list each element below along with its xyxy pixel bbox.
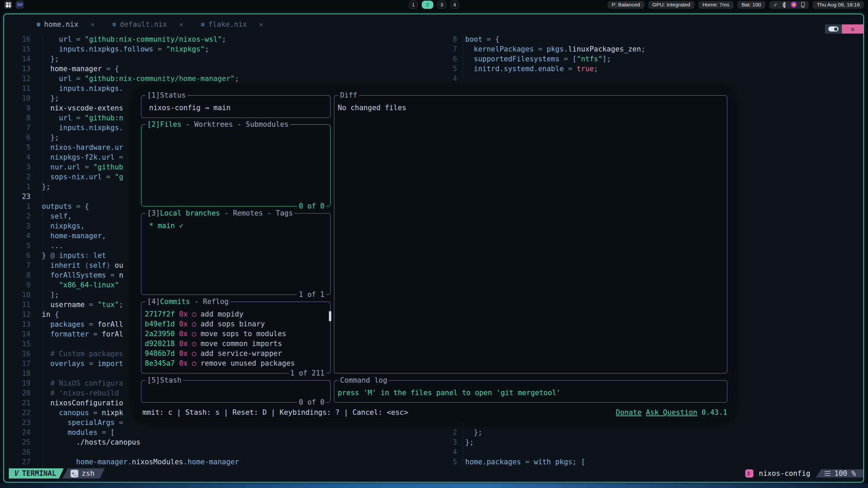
lazygit-command-log-panel[interactable]: Command log press 'M' in the files panel… <box>334 380 727 403</box>
code-text: home-manager = { <box>31 64 119 74</box>
code-line[interactable]: 5 initrd.systemd.enable = true; <box>445 64 863 74</box>
tab-flake.nix[interactable]: ❄flake.nix× <box>192 20 272 28</box>
code-text: in { <box>31 310 59 320</box>
tab-label: flake.nix <box>208 20 247 28</box>
line-number: 3 <box>445 438 457 447</box>
line-number: 2 <box>4 172 31 182</box>
code-line[interactable]: 26 <box>4 447 444 457</box>
code-text: # Custom packages <box>31 349 123 359</box>
status-pill: Home: 7ms <box>698 1 733 9</box>
branch-item[interactable]: * main ✓ <box>141 221 330 231</box>
window-close-button[interactable]: ✕ <box>842 24 863 34</box>
line-number: 5 <box>445 64 457 74</box>
code-text <box>31 369 33 379</box>
code-line[interactable]: 12 url = "github:nix-community/home-mana… <box>4 74 444 84</box>
workspace-button-1[interactable]: 1 <box>409 1 418 9</box>
code-text: canopus = nixpk <box>31 408 123 418</box>
lazygit-branches-panel[interactable]: [3]Local branches - Remotes - Tags * mai… <box>141 213 331 295</box>
line-number: 13 <box>4 320 31 329</box>
code-line[interactable]: 7 kernelPackages = pkgs.linuxPackages_ze… <box>445 44 863 54</box>
commit-row[interactable]: 2717f2f 0x ○ add mopidy <box>141 309 330 319</box>
tab-label: home.nix <box>44 20 78 28</box>
code-line[interactable]: 8boot = { <box>445 35 863 44</box>
code-line[interactable]: 24 modules = [ <box>4 428 444 438</box>
line-number: 2 <box>4 211 31 221</box>
code-line[interactable]: 4 <box>445 74 863 84</box>
line-number: 9 <box>4 280 31 290</box>
line-number: 16 <box>4 35 31 44</box>
lazygit-commits-panel[interactable]: [4]Commits - Reflog 2717f2f 0x ○ add mop… <box>141 302 331 373</box>
line-number: 6 <box>4 251 31 261</box>
code-text: home-manager.nixosModules.home-manager <box>31 457 239 467</box>
status-pill: P: Balanced <box>608 1 644 9</box>
commit-row[interactable]: 9486b7d 0x ○ add service-wrapper <box>141 349 330 359</box>
code-text: }; <box>31 94 59 103</box>
panel-title: [4]Commits - Reflog <box>145 297 230 307</box>
terminal-prompt-icon: >_ <box>71 470 78 477</box>
logo-button[interactable]: $W <box>16 1 24 9</box>
tab-default.nix[interactable]: ❄default.nix× <box>103 20 192 28</box>
code-text <box>31 447 33 457</box>
line-number: 2 <box>445 428 457 438</box>
line-number: 7 <box>445 44 457 54</box>
editor-status-bar: V TERMINAL >_ zsh nixos-config 100 % <box>4 468 863 479</box>
code-line[interactable]: 15 inputs.nixpkgs.follows = "nixpkgs"; <box>4 44 444 54</box>
line-number: 4 <box>445 447 457 457</box>
code-text: }; <box>31 54 59 64</box>
lazygit-stash-panel[interactable]: [5]Stash 0 of 0 <box>141 380 331 403</box>
code-text: inputs.nixpkgs.follows = "nixpkgs"; <box>31 44 209 54</box>
code-line[interactable]: 27 home-manager.nixosModules.home-manage… <box>4 457 444 467</box>
donate-link[interactable]: Donate <box>616 408 642 416</box>
repo-name: nixos-config <box>759 469 810 477</box>
workspace-button-4[interactable]: 4 <box>450 1 459 9</box>
line-number: 23 <box>4 418 31 428</box>
code-text: # NixOS configura <box>31 379 123 388</box>
commits-scrollbar-thumb[interactable] <box>329 311 331 321</box>
mode-label: TERMINAL <box>22 469 56 477</box>
ask-question-link[interactable]: Ask Question <box>646 408 697 416</box>
nix-icon: ❄ <box>201 20 205 28</box>
close-tab-icon[interactable]: × <box>259 20 263 28</box>
line-number: 5 <box>445 457 457 467</box>
lazygit-files-panel[interactable]: [2]Files - Worktrees - Submodules 0 of 0 <box>141 124 331 206</box>
commit-row[interactable]: 8e345a7 0x ○ remove unused packages <box>141 359 330 368</box>
system-tray[interactable]: ✂ <box>769 1 809 9</box>
code-text: url = "github:nix-community/nixos-wsl"; <box>31 35 226 44</box>
line-number: 23 <box>4 192 31 202</box>
code-line[interactable]: 13 home-manager = { <box>4 64 444 74</box>
code-line[interactable]: 14 }; <box>4 54 444 64</box>
commit-row[interactable]: 2a23950 0x ○ move sops to modules <box>141 329 330 339</box>
close-tab-icon[interactable]: × <box>91 20 95 28</box>
status-pill: Bat: 100 <box>737 1 765 9</box>
commit-row[interactable]: d920218 0x ○ move common imports <box>141 339 330 349</box>
line-number: 25 <box>4 438 31 447</box>
code-text: inputs.nixpkgs. <box>31 123 123 133</box>
commit-row[interactable]: b49ef1d 0x ○ add sops binary <box>141 319 330 329</box>
nix-icon: ❄ <box>112 20 116 28</box>
code-line[interactable]: 3}; <box>445 438 863 447</box>
line-number: 3 <box>4 162 31 172</box>
workspace-button-3[interactable]: 3 <box>437 1 446 9</box>
code-line[interactable]: 2 }; <box>445 428 863 438</box>
tab-home.nix[interactable]: ❄home.nix× <box>28 20 103 28</box>
code-line[interactable]: 25 ./hosts/canopus <box>4 438 444 447</box>
statusbar-right: nixos-config 100 % <box>745 468 863 479</box>
code-text: self, <box>31 211 72 221</box>
line-number: 26 <box>4 447 31 457</box>
code-line[interactable]: 6 supportedFilesystems = ["ntfs"]; <box>445 54 863 64</box>
code-line[interactable]: 16 url = "github:nix-community/nixos-wsl… <box>4 35 444 44</box>
code-text: forAllSystems = n <box>31 270 123 280</box>
shell-label: zsh <box>82 469 95 477</box>
code-line[interactable]: 5home.packages = with pkgs; [ <box>445 457 863 467</box>
workspace-button-2[interactable]: 2 <box>422 1 433 9</box>
close-tab-icon[interactable]: × <box>179 20 183 28</box>
window-toggle[interactable] <box>825 24 842 34</box>
lazygit-status-panel[interactable]: [1]Status nixos-config → main <box>141 95 331 118</box>
panel-title: [5]Stash <box>145 375 183 385</box>
launcher-button[interactable] <box>4 1 12 9</box>
code-text <box>31 192 33 202</box>
line-number: 6 <box>445 54 457 64</box>
lazygit-diff-panel[interactable]: Diff No changed files <box>334 95 727 373</box>
code-line[interactable]: 4 <box>445 447 863 457</box>
clock: Thu Aug 08, 18:16 <box>813 1 864 9</box>
